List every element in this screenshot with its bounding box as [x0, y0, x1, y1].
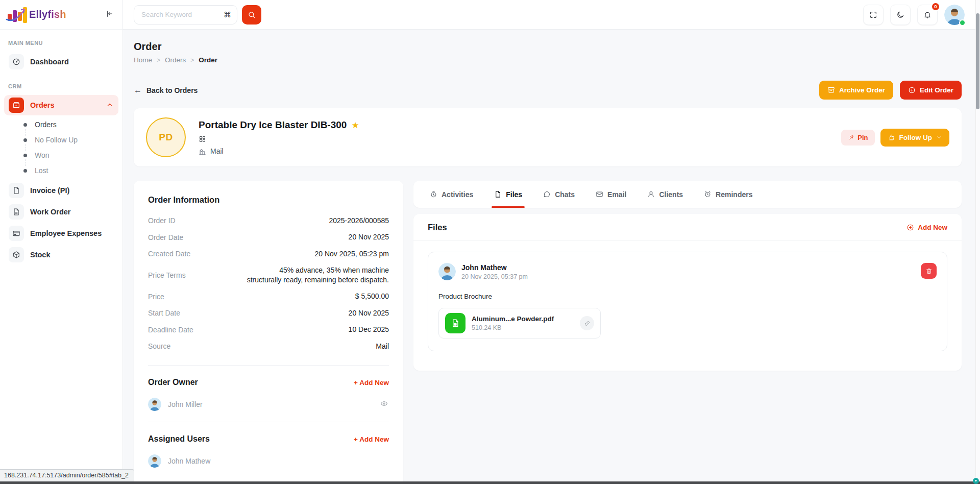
stock-icon	[9, 247, 24, 262]
add-new-label: Add New	[918, 224, 947, 231]
files-panel-header: Files Add New	[413, 214, 962, 240]
file-meta: Aluminum...e Powder.pdf 510.24 KB	[472, 315, 554, 331]
sidebar-subitem-lost[interactable]: Lost	[0, 163, 122, 178]
header-buttons: Archive Order Edit Order	[819, 81, 962, 100]
order-information-card: Order Information Order ID 2025-2026/000…	[134, 181, 403, 484]
file-caption: Product Brochure	[438, 293, 937, 300]
notifications-button[interactable]: 0	[917, 5, 938, 25]
file-name: Aluminum...e Powder.pdf	[472, 315, 554, 323]
subitem-label: Orders	[35, 120, 57, 129]
swoosh-arrow-icon	[6, 7, 28, 23]
divider	[413, 240, 962, 240]
info-row-start-date: Start Date 20 Nov 2025	[148, 305, 389, 321]
tab-label: Reminders	[716, 190, 752, 199]
delete-file-button[interactable]	[921, 263, 937, 279]
tab-clients[interactable]: Clients	[647, 181, 683, 208]
star-icon[interactable]: ★	[351, 120, 359, 131]
search-button[interactable]	[242, 5, 261, 25]
breadcrumb-orders[interactable]: Orders	[165, 56, 186, 64]
sidebar-subitem-no-follow-up[interactable]: No Follow Up	[0, 132, 122, 148]
collapse-sidebar-button[interactable]	[103, 8, 115, 21]
add-owner-link[interactable]: + Add New	[354, 379, 389, 386]
pin-button[interactable]: Pin	[841, 130, 874, 146]
file-size: 510.24 KB	[472, 324, 554, 331]
assigned-user-name: John Mathew	[168, 457, 210, 465]
tab-activities[interactable]: Activities	[430, 181, 473, 208]
bullet-dot	[23, 154, 27, 157]
bell-icon	[923, 11, 932, 19]
link-icon	[584, 320, 591, 327]
bullet-dot	[23, 123, 27, 127]
sidebar-item-stock[interactable]: Stock	[4, 245, 118, 265]
tab-email[interactable]: Email	[596, 181, 626, 208]
scroll-cue-dot: ▾	[973, 478, 979, 484]
archive-order-button[interactable]: Archive Order	[819, 81, 893, 100]
divider	[148, 365, 389, 366]
assigned-users-heading: Assigned Users	[148, 434, 210, 444]
user-avatar[interactable]	[944, 5, 965, 25]
sidebar-subitem-orders[interactable]: Orders	[0, 117, 122, 132]
info-row-source: Source Mail	[148, 338, 389, 354]
back-to-orders-link[interactable]: ← Back to Orders	[134, 86, 198, 95]
subitem-label: Lost	[35, 166, 48, 175]
online-status-dot	[959, 19, 966, 26]
sidebar-item-label: Orders	[30, 101, 55, 109]
tab-reminders[interactable]: Reminders	[704, 181, 752, 208]
main-area: ⌘	[123, 0, 980, 484]
brand-logo[interactable]: Ellyfish	[7, 6, 66, 23]
avatar	[148, 454, 161, 468]
page-scrollbar	[975, 0, 980, 481]
order-header-actions: Pin Follow Up	[841, 129, 949, 147]
source-building-icon	[199, 148, 206, 155]
topbar: ⌘	[123, 0, 980, 30]
sidebar-item-employee-expenses[interactable]: Employee Expenses	[4, 223, 118, 244]
info-row-created-date: Created Date 20 Nov 2025, 05:23 pm	[148, 246, 389, 262]
avatar	[438, 263, 456, 280]
tab-files[interactable]: Files	[494, 181, 522, 208]
tab-chats[interactable]: Chats	[543, 181, 575, 208]
file-attachment[interactable]: Aluminum...e Powder.pdf 510.24 KB	[438, 308, 601, 338]
follow-up-button[interactable]: Follow Up	[880, 129, 950, 147]
edit-order-label: Edit Order	[920, 86, 953, 94]
pin-label: Pin	[857, 134, 868, 141]
search-group: ⌘	[134, 5, 261, 25]
info-row-price: Price $ 5,500.00	[148, 288, 389, 304]
file-author-name: John Mathew	[461, 263, 528, 272]
sidebar-item-work-order[interactable]: Work Order	[4, 202, 118, 222]
work-order-icon	[9, 204, 24, 220]
orders-submenu: Orders No Follow Up Won Lost	[0, 117, 122, 178]
file-entry-card: John Mathew 20 Nov 2025, 05:37 pm	[428, 252, 947, 351]
sidebar-header: Ellyfish	[0, 0, 122, 30]
add-new-file-link[interactable]: Add New	[906, 224, 947, 231]
sidebar-item-invoice[interactable]: Invoice (PI)	[4, 180, 118, 201]
add-assigned-user-link[interactable]: + Add New	[354, 435, 389, 443]
breadcrumb: Home > Orders > Order	[134, 56, 962, 64]
file-entry-header: John Mathew 20 Nov 2025, 05:37 pm	[438, 263, 937, 280]
brand-name: Ellyfish	[29, 9, 66, 20]
chevron-up-icon	[106, 101, 114, 109]
fullscreen-button[interactable]	[863, 5, 884, 25]
scrollbar-thumb[interactable]	[976, 13, 979, 109]
category-grid-icon	[199, 135, 359, 143]
info-row-order-id: Order ID 2025-2026/000585	[148, 212, 389, 229]
brand-logo-icon	[7, 6, 26, 23]
page-title: Order	[134, 41, 962, 53]
sidebar-subitem-won[interactable]: Won	[0, 148, 122, 163]
dark-mode-button[interactable]	[890, 5, 911, 25]
right-column: Activities Files Chats	[413, 181, 962, 371]
open-file-button[interactable]	[580, 316, 594, 330]
back-arrow-icon: ←	[134, 86, 142, 95]
edit-order-button[interactable]: Edit Order	[900, 81, 962, 100]
breadcrumb-home[interactable]: Home	[134, 56, 152, 64]
view-owner-button[interactable]	[379, 399, 389, 410]
breadcrumb-separator: >	[157, 57, 160, 64]
search-input[interactable]	[134, 5, 237, 25]
order-header-card: PD Portable Dry Ice Blaster DIB-300 ★	[134, 108, 962, 166]
sidebar-section-crm: CRM	[0, 73, 122, 94]
command-shortcut-icon: ⌘	[224, 10, 231, 19]
breadcrumb-current: Order	[199, 56, 217, 64]
sidebar-item-orders[interactable]: Orders	[4, 95, 118, 115]
pin-icon	[848, 134, 854, 141]
sidebar-item-dashboard[interactable]: Dashboard	[4, 52, 118, 72]
avatar	[148, 398, 161, 411]
